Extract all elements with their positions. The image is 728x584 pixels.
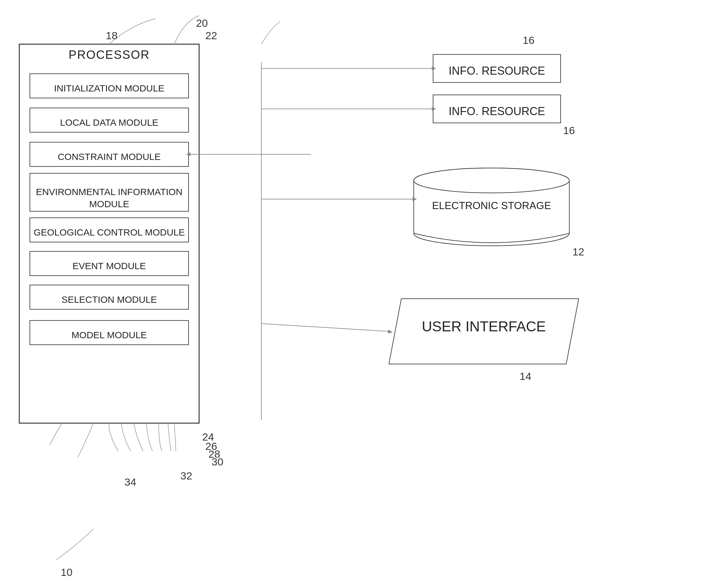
module-select: SELECTION MODULE bbox=[30, 291, 188, 308]
diagram-container: PROCESSOR INITIALIZATION MODULE LOCAL DA… bbox=[0, 0, 728, 584]
ref-12: 12 bbox=[572, 246, 584, 258]
ref-20: 20 bbox=[196, 17, 208, 29]
module-env: ENVIRONMENTAL INFORMATION MODULE bbox=[30, 180, 188, 216]
svg-point-16 bbox=[414, 168, 569, 193]
ref-34: 34 bbox=[125, 476, 136, 488]
module-event: EVENT MODULE bbox=[30, 258, 188, 274]
module-model: MODEL MODULE bbox=[30, 327, 188, 344]
ref-32: 32 bbox=[180, 470, 192, 482]
processor-label: PROCESSOR bbox=[19, 48, 199, 61]
ref-22: 22 bbox=[205, 30, 217, 42]
svg-point-14 bbox=[414, 221, 569, 246]
module-init: INITIALIZATION MODULE bbox=[30, 80, 188, 97]
svg-marker-30 bbox=[388, 329, 393, 333]
ref-16a: 16 bbox=[523, 34, 535, 46]
ref-30: 30 bbox=[212, 456, 224, 468]
ref-16b: 16 bbox=[563, 124, 575, 136]
module-geo: GEOLOGICAL CONTROL MODULE bbox=[30, 224, 188, 241]
ref-18: 18 bbox=[106, 30, 118, 42]
info-resource-2: INFO. RESOURCE bbox=[433, 101, 561, 122]
module-local: LOCAL DATA MODULE bbox=[30, 114, 188, 131]
user-interface-label: USER INTERFACE bbox=[401, 318, 566, 335]
svg-line-29 bbox=[261, 324, 388, 331]
ref-14: 14 bbox=[520, 370, 531, 382]
ref-10: 10 bbox=[61, 566, 73, 578]
electronic-storage-label: ELECTRONIC STORAGE bbox=[414, 199, 569, 212]
module-constraint: CONSTRAINT MODULE bbox=[30, 148, 188, 165]
info-resource-1: INFO. RESOURCE bbox=[433, 61, 561, 81]
svg-point-13 bbox=[414, 168, 569, 193]
